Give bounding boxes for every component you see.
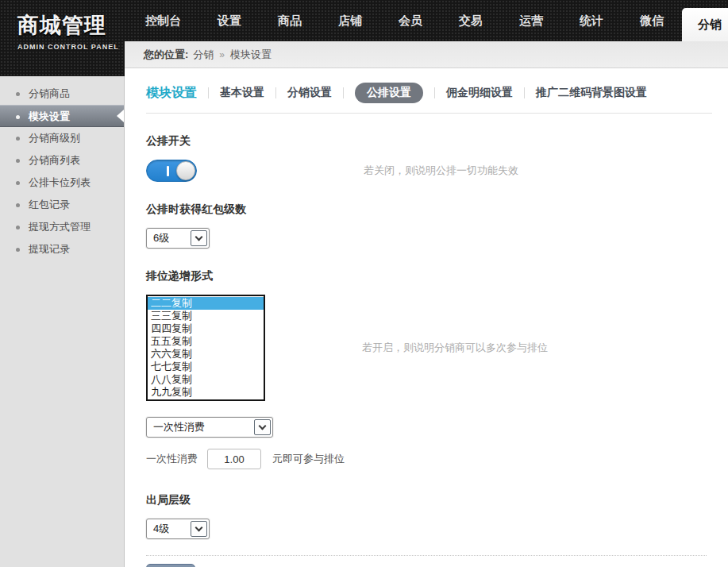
logo-title: 商城管理 xyxy=(17,11,125,40)
toggle-hint-text: 若关闭，则说明公排一切功能失效 xyxy=(364,164,518,178)
consume-amount-label: 一次性消费 xyxy=(146,452,198,466)
listbox-option[interactable]: 四四复制 xyxy=(148,322,264,335)
rank-increment-label: 排位递增形式 xyxy=(146,269,712,284)
tab-qrcode-background-settings[interactable]: 推广二维码背景图设置 xyxy=(536,86,647,100)
nav-item-member[interactable]: 会员 xyxy=(380,0,441,41)
tab-separator xyxy=(434,87,435,98)
consume-amount-suffix: 元即可参与排位 xyxy=(272,452,345,466)
nav-item-operation[interactable]: 运营 xyxy=(501,0,561,41)
breadcrumb-prefix: 您的位置: xyxy=(144,48,188,62)
nav-item-trade[interactable]: 交易 xyxy=(441,0,501,41)
nav-item-shop[interactable]: 店铺 xyxy=(320,0,380,41)
consume-type-select[interactable]: 一次性消费 xyxy=(146,417,273,438)
public-rank-switch-label: 公排开关 xyxy=(146,134,712,148)
main-content: 模块设置 基本设置 分销设置 公排设置 佣金明细设置 推广二维码背景图设置 公排… xyxy=(125,68,728,567)
out-level-label: 出局层级 xyxy=(146,493,712,507)
sidebar-menu: 分销商品 模块设置 分销商级别 分销商列表 公排卡位列表 红包记录 提现方式管理… xyxy=(0,83,124,260)
breadcrumb-arrow-icon: » xyxy=(219,49,225,60)
redpacket-levels-select[interactable]: 6级 xyxy=(146,228,210,249)
breadcrumb-current-page: 模块设置 xyxy=(230,48,272,62)
toggle-row: 若关闭，则说明公排一切功能失效 xyxy=(146,160,712,182)
breadcrumb-section-link[interactable]: 分销 xyxy=(193,48,214,62)
redpacket-levels-label: 公排时获得红包级数 xyxy=(146,202,712,217)
dotted-divider xyxy=(146,555,707,556)
sidebar-item-distribution-goods[interactable]: 分销商品 xyxy=(0,83,124,105)
submit-button[interactable]: 提交 xyxy=(146,564,195,567)
listbox-option[interactable]: 六六复制 xyxy=(148,348,264,361)
sidebar: 分销商品 模块设置 分销商级别 分销商列表 公排卡位列表 红包记录 提现方式管理… xyxy=(0,76,125,567)
tab-separator xyxy=(343,87,344,98)
rank-increment-hint-text: 若开启，则说明分销商可以多次参与排位 xyxy=(362,341,548,355)
consume-amount-input[interactable] xyxy=(207,449,261,469)
consume-type-value: 一次性消费 xyxy=(153,420,205,434)
select-arrow-button[interactable] xyxy=(191,521,207,537)
logo-subtitle: ADMIN CONTROL PANEL xyxy=(17,43,125,51)
tab-distribution-settings[interactable]: 分销设置 xyxy=(287,86,332,100)
redpacket-levels-value: 6级 xyxy=(153,231,169,245)
toggle-on-mark-icon xyxy=(167,166,169,176)
tab-separator xyxy=(275,87,276,98)
nav-item-goods[interactable]: 商品 xyxy=(260,0,320,41)
listbox-option-selected[interactable]: 二二复制 xyxy=(148,297,264,310)
main-nav: 控制台 设置 商品 店铺 会员 交易 运营 统计 微信 分销 手机端 xyxy=(127,0,728,41)
sidebar-item-distributor-level[interactable]: 分销商级别 xyxy=(0,127,124,149)
listbox-option[interactable]: 三三复制 xyxy=(148,310,264,322)
logo-block: 商城管理 ADMIN CONTROL PANEL xyxy=(0,0,125,76)
nav-item-wechat[interactable]: 微信 xyxy=(622,0,682,41)
rank-increment-listbox[interactable]: 二二复制 三三复制 四四复制 五五复制 六六复制 七七复制 八八复制 九九复制 xyxy=(146,295,265,401)
listbox-option[interactable]: 八八复制 xyxy=(148,373,264,386)
sidebar-item-withdraw-methods[interactable]: 提现方式管理 xyxy=(0,216,124,238)
tab-separator xyxy=(208,87,209,98)
sidebar-item-module-settings-active[interactable]: 模块设置 xyxy=(0,105,124,127)
chevron-down-icon xyxy=(259,422,267,430)
select-arrow-button[interactable] xyxy=(191,230,207,246)
tab-public-rank-settings-active[interactable]: 公排设置 xyxy=(355,83,423,103)
consume-amount-row: 一次性消费 元即可参与排位 xyxy=(146,449,712,469)
nav-item-settings[interactable]: 设置 xyxy=(199,0,260,41)
nav-item-console[interactable]: 控制台 xyxy=(127,0,199,41)
toggle-knob[interactable] xyxy=(176,161,195,180)
sidebar-item-withdraw-records[interactable]: 提现记录 xyxy=(0,238,124,260)
out-level-value: 4级 xyxy=(153,522,169,536)
nav-item-distribution-active[interactable]: 分销 xyxy=(682,8,728,41)
rank-increment-row: 二二复制 三三复制 四四复制 五五复制 六六复制 七七复制 八八复制 九九复制 … xyxy=(146,295,712,401)
tabbar-divider xyxy=(146,113,712,114)
listbox-option[interactable]: 九九复制 xyxy=(148,386,264,399)
public-rank-toggle-on[interactable] xyxy=(146,160,197,182)
content-tabbar: 模块设置 基本设置 分销设置 公排设置 佣金明细设置 推广二维码背景图设置 xyxy=(146,83,712,103)
sidebar-item-slot-list[interactable]: 公排卡位列表 xyxy=(0,172,124,194)
tab-separator xyxy=(524,87,525,98)
page-title: 模块设置 xyxy=(146,85,197,102)
out-level-select[interactable]: 4级 xyxy=(146,519,210,539)
sidebar-item-distributor-list[interactable]: 分销商列表 xyxy=(0,149,124,172)
listbox-option[interactable]: 七七复制 xyxy=(148,361,264,373)
sidebar-item-redpacket-records[interactable]: 红包记录 xyxy=(0,194,124,216)
tab-commission-detail-settings[interactable]: 佣金明细设置 xyxy=(446,86,513,100)
listbox-option[interactable]: 五五复制 xyxy=(148,335,264,348)
chevron-down-icon xyxy=(195,233,203,241)
breadcrumb: 您的位置: 分销 » 模块设置 xyxy=(125,41,728,68)
select-arrow-button[interactable] xyxy=(254,419,271,435)
chevron-down-icon xyxy=(195,524,203,532)
tab-basic-settings[interactable]: 基本设置 xyxy=(220,86,264,100)
nav-item-stats[interactable]: 统计 xyxy=(561,0,622,41)
